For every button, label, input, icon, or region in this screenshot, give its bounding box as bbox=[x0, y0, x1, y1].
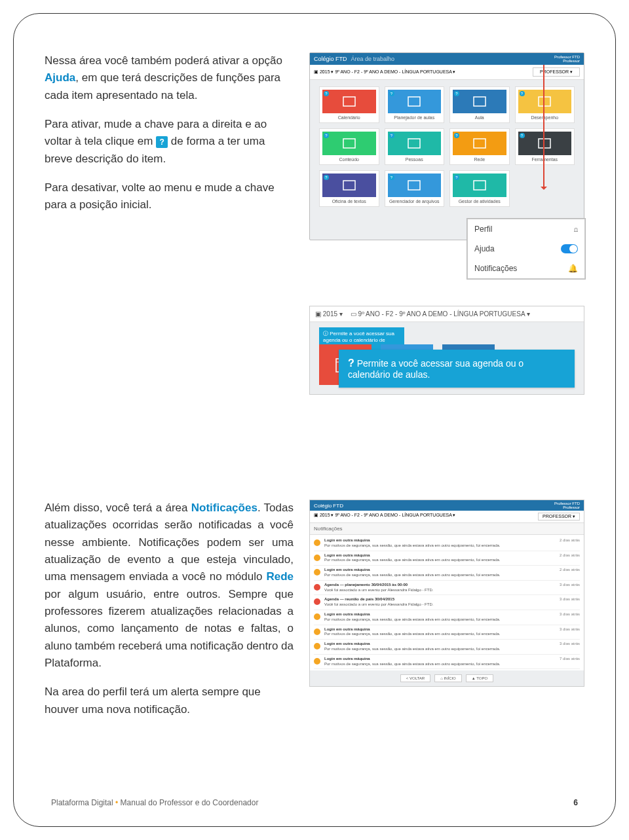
paragraph-5: Na area do perfil terá um alerta sempre … bbox=[45, 684, 294, 718]
tile-icon: ? bbox=[518, 132, 572, 155]
dashboard-tile[interactable]: ?Pessoas bbox=[385, 128, 445, 165]
screenshot-column-2: Colégio FTD Professor FTD Professor ▣ 20… bbox=[309, 500, 584, 730]
btn-topo[interactable]: ▲ TOPO bbox=[466, 674, 493, 682]
q-dot-icon: ? bbox=[324, 91, 329, 96]
text-column-1: Nessa área você também poderá ativar a o… bbox=[45, 52, 294, 395]
section-2: Além disso, você terá a área Notificaçõe… bbox=[45, 500, 584, 730]
notification-row[interactable]: Login em outra máquinaPor motivos de seg… bbox=[314, 536, 580, 551]
svg-rect-4 bbox=[343, 139, 355, 148]
notification-row[interactable]: Login em outra máquinaPor motivos de seg… bbox=[314, 551, 580, 566]
notification-dot-icon bbox=[314, 584, 320, 591]
tile-label: Rede bbox=[474, 157, 485, 162]
p4a: Além disso, você terá a área bbox=[45, 502, 191, 514]
professor-dropdown[interactable]: PROFESSOR ▾ bbox=[533, 67, 580, 77]
perfil-label: Perfil bbox=[474, 225, 492, 234]
paragraph-3: Para desativar, volte ao menu e mude a c… bbox=[45, 179, 294, 214]
q-dot-icon: ? bbox=[454, 175, 459, 180]
q-dot-icon: ? bbox=[389, 91, 394, 96]
shot3-header: Colégio FTD Professor FTD Professor bbox=[310, 500, 584, 511]
notification-text: Login em outra máquinaPor motivos de seg… bbox=[324, 538, 556, 549]
q-dot-icon: ? bbox=[520, 133, 525, 138]
notification-row[interactable]: Login em outra máquinaPor motivos de seg… bbox=[314, 566, 580, 581]
ajuda-label: Ajuda bbox=[474, 244, 495, 253]
notification-text: Login em outra máquinaPor motivos de seg… bbox=[324, 642, 556, 652]
page-number: 6 bbox=[573, 798, 578, 807]
footer-platform: Plataforma Digital bbox=[51, 798, 113, 807]
dashboard-tile[interactable]: ?Gestor de atividades bbox=[449, 170, 510, 207]
popup-ajuda[interactable]: Ajuda bbox=[468, 239, 584, 259]
page-content: Nessa área você também poderá ativar a o… bbox=[13, 13, 616, 827]
svg-rect-3 bbox=[539, 97, 550, 106]
notification-time: 3 dias atrás bbox=[560, 642, 580, 646]
tile-icon: ? bbox=[322, 90, 376, 113]
screenshot-column-1: Colégio FTD Área de trabalho Professor F… bbox=[309, 52, 584, 395]
notification-row[interactable]: Login em outra máquinaPor motivos de seg… bbox=[314, 625, 580, 640]
btn-inicio[interactable]: ⌂ INÍCIO bbox=[434, 674, 462, 682]
dashboard-tile[interactable]: ?Rede bbox=[449, 128, 510, 165]
q-dot-icon: ? bbox=[389, 175, 394, 180]
ajuda-toggle[interactable] bbox=[561, 244, 578, 253]
shot3-prof-btn[interactable]: PROFESSOR ▾ bbox=[538, 513, 580, 520]
notifications-screenshot: Colégio FTD Professor FTD Professor ▣ 20… bbox=[309, 500, 584, 687]
tile-label: Gerenciador de arquivos bbox=[389, 199, 440, 204]
notification-time: 2 dias atrás bbox=[560, 568, 580, 572]
area-label: Área de trabalho bbox=[351, 56, 395, 62]
notification-text: Login em outra máquinaPor motivos de seg… bbox=[324, 568, 556, 578]
tile-icon: ? bbox=[453, 173, 506, 197]
dashboard-tile[interactable]: ?Conteúdo bbox=[319, 128, 379, 165]
btn-voltar[interactable]: < VOLTAR bbox=[400, 674, 430, 682]
q-dot-icon: ? bbox=[520, 91, 525, 96]
svg-rect-2 bbox=[474, 97, 486, 106]
profile-popup: Perfil ⩍ Ajuda Notificações 🔔 bbox=[467, 219, 585, 279]
svg-rect-1 bbox=[408, 97, 420, 106]
tile-label: Pessoas bbox=[406, 157, 423, 162]
q-dot-icon: ? bbox=[454, 91, 459, 96]
dashboard-tile[interactable]: ?Ferramentas bbox=[515, 128, 575, 165]
notification-dot-icon bbox=[314, 539, 320, 546]
profile-name: Professor FTD Professor bbox=[554, 55, 580, 63]
shot3-breadcrumb: 2015 ▾ 9º ANO - F2 - 9º ANO A DEMO - LÍN… bbox=[320, 513, 456, 517]
shot3-breadcrumb-bar: ▣ 2015 ▾ 9º ANO - F2 - 9º ANO A DEMO - L… bbox=[310, 511, 584, 523]
bell-icon: 🔔 bbox=[568, 264, 578, 273]
tile-label: Desempenho bbox=[531, 115, 558, 120]
notification-row[interactable]: Agenda — reunião de pais 30/04/2015Você … bbox=[314, 595, 580, 610]
footer-left: Plataforma Digital • Manual do Professor… bbox=[51, 798, 258, 807]
brand-label: Colégio FTD bbox=[314, 56, 347, 62]
tile-icon: ? bbox=[388, 132, 442, 155]
shot2-breadcrumb-bar: ▣ 2015 ▾ ▭ 9º ANO - F2 - 9º ANO A DEMO -… bbox=[310, 306, 584, 322]
tile-label: Calendário bbox=[338, 115, 360, 120]
notification-row[interactable]: Login em outra máquinaPor motivos de seg… bbox=[314, 640, 580, 655]
notification-dot-icon bbox=[314, 643, 320, 649]
tile-icon: ? bbox=[453, 132, 506, 155]
help-tooltip: ? Permite a você acessar sua agenda ou o… bbox=[339, 350, 575, 388]
popup-notificacoes[interactable]: Notificações 🔔 bbox=[468, 259, 584, 278]
app-header: Colégio FTD Área de trabalho Professor F… bbox=[310, 53, 584, 65]
q-dot-icon: ? bbox=[389, 133, 394, 138]
tile-icon: ? bbox=[388, 173, 442, 197]
breadcrumb-text: 2015 ▾ 9º ANO - F2 - 9º ANO A DEMO - LÍN… bbox=[320, 69, 456, 74]
notification-row[interactable]: Login em outra máquinaPor motivos de seg… bbox=[314, 655, 580, 670]
notification-row[interactable]: Agenda — planejamento 30/04/2015 às 00:0… bbox=[314, 581, 580, 596]
tile-label: Conteúdo bbox=[339, 157, 359, 162]
popup-perfil[interactable]: Perfil ⩍ bbox=[468, 219, 584, 239]
tile-label: Ferramentas bbox=[531, 157, 558, 162]
q-dot-icon: ? bbox=[324, 175, 329, 180]
notification-list: Login em outra máquinaPor motivos de seg… bbox=[310, 535, 584, 670]
notification-text: Agenda — planejamento 30/04/2015 às 00:0… bbox=[324, 583, 556, 593]
dashboard-tile[interactable]: ?Desempenho bbox=[515, 86, 575, 123]
person-icon: ⩍ bbox=[574, 225, 578, 234]
dashboard-tile[interactable]: ?Aula bbox=[449, 86, 510, 123]
tile-label: Gestor de atividades bbox=[459, 199, 501, 204]
dashboard-tile[interactable]: ?Gerenciador de arquivos bbox=[385, 170, 445, 207]
tile-icon: ? bbox=[453, 90, 506, 113]
svg-rect-6 bbox=[474, 139, 486, 148]
tile-label: Planejador de aulas bbox=[394, 115, 434, 120]
notification-row[interactable]: Login em outra máquinaPor motivos de seg… bbox=[314, 610, 580, 625]
notification-dot-icon bbox=[314, 613, 320, 620]
q-dot-icon: ? bbox=[324, 133, 329, 138]
svg-rect-8 bbox=[343, 181, 355, 190]
dashboard-tile[interactable]: ?Planejador de aulas bbox=[385, 86, 445, 123]
dashboard-tile[interactable]: ?Calendário bbox=[319, 86, 379, 123]
notification-text: Login em outra máquinaPor motivos de seg… bbox=[324, 612, 556, 623]
dashboard-tile[interactable]: ?Oficina de textos bbox=[319, 170, 379, 207]
